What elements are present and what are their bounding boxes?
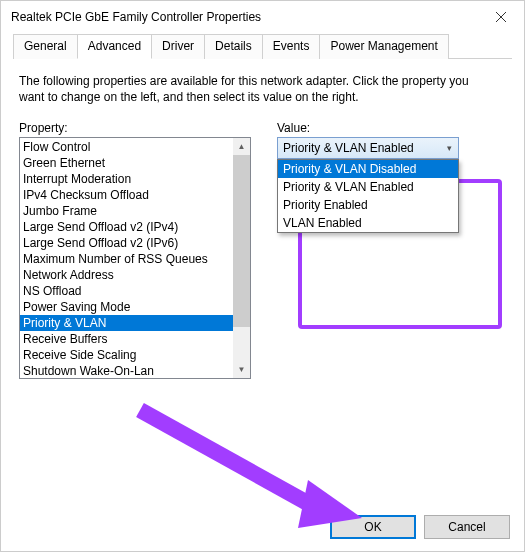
property-listbox[interactable]: Flow ControlGreen EthernetInterrupt Mode… xyxy=(19,137,251,379)
close-button[interactable] xyxy=(478,1,524,33)
property-item[interactable]: Interrupt Moderation xyxy=(20,171,233,187)
titlebar: Realtek PCIe GbE Family Controller Prope… xyxy=(1,1,524,33)
property-item[interactable]: Priority & VLAN xyxy=(20,315,233,331)
tab-driver[interactable]: Driver xyxy=(151,34,205,59)
tab-advanced[interactable]: Advanced xyxy=(77,34,152,59)
close-icon xyxy=(496,12,506,22)
dropdown-option[interactable]: VLAN Enabled xyxy=(278,214,458,232)
tab-general[interactable]: General xyxy=(13,34,78,59)
value-combobox[interactable]: Priority & VLAN Enabled ▾ xyxy=(277,137,459,159)
property-item[interactable]: Receive Buffers xyxy=(20,331,233,347)
property-item[interactable]: Large Send Offload v2 (IPv4) xyxy=(20,219,233,235)
combobox-selected-text: Priority & VLAN Enabled xyxy=(283,141,440,155)
scroll-up-button[interactable]: ▲ xyxy=(233,138,250,155)
property-item[interactable]: Shutdown Wake-On-Lan xyxy=(20,363,233,378)
value-label: Value: xyxy=(277,121,506,135)
ok-button[interactable]: OK xyxy=(330,515,416,539)
dialog-footer: OK Cancel xyxy=(1,503,524,551)
property-item[interactable]: Power Saving Mode xyxy=(20,299,233,315)
properties-dialog: Realtek PCIe GbE Family Controller Prope… xyxy=(0,0,525,552)
cancel-button[interactable]: Cancel xyxy=(424,515,510,539)
property-item[interactable]: Network Address xyxy=(20,267,233,283)
property-item[interactable]: Receive Side Scaling xyxy=(20,347,233,363)
tab-details[interactable]: Details xyxy=(204,34,263,59)
property-item[interactable]: IPv4 Checksum Offload xyxy=(20,187,233,203)
scroll-thumb[interactable] xyxy=(233,155,250,327)
property-item[interactable]: Maximum Number of RSS Queues xyxy=(20,251,233,267)
property-item[interactable]: Flow Control xyxy=(20,139,233,155)
scroll-track[interactable] xyxy=(233,327,250,361)
dropdown-option[interactable]: Priority & VLAN Disabled xyxy=(278,160,458,178)
dropdown-option[interactable]: Priority Enabled xyxy=(278,196,458,214)
description-text: The following properties are available f… xyxy=(19,73,489,105)
dropdown-option[interactable]: Priority & VLAN Enabled xyxy=(278,178,458,196)
property-item[interactable]: Green Ethernet xyxy=(20,155,233,171)
property-item[interactable]: Large Send Offload v2 (IPv6) xyxy=(20,235,233,251)
scroll-down-button[interactable]: ▼ xyxy=(233,361,250,378)
tabstrip: General Advanced Driver Details Events P… xyxy=(13,33,512,59)
property-item[interactable]: NS Offload xyxy=(20,283,233,299)
window-title: Realtek PCIe GbE Family Controller Prope… xyxy=(11,10,478,24)
property-label: Property: xyxy=(19,121,251,135)
property-item[interactable]: Jumbo Frame xyxy=(20,203,233,219)
scrollbar[interactable]: ▲ ▼ xyxy=(233,138,250,378)
value-dropdown[interactable]: Priority & VLAN DisabledPriority & VLAN … xyxy=(277,159,459,233)
tab-events[interactable]: Events xyxy=(262,34,321,59)
tab-power-management[interactable]: Power Management xyxy=(319,34,448,59)
chevron-down-icon: ▾ xyxy=(440,138,458,158)
tab-body-advanced: The following properties are available f… xyxy=(1,59,524,503)
